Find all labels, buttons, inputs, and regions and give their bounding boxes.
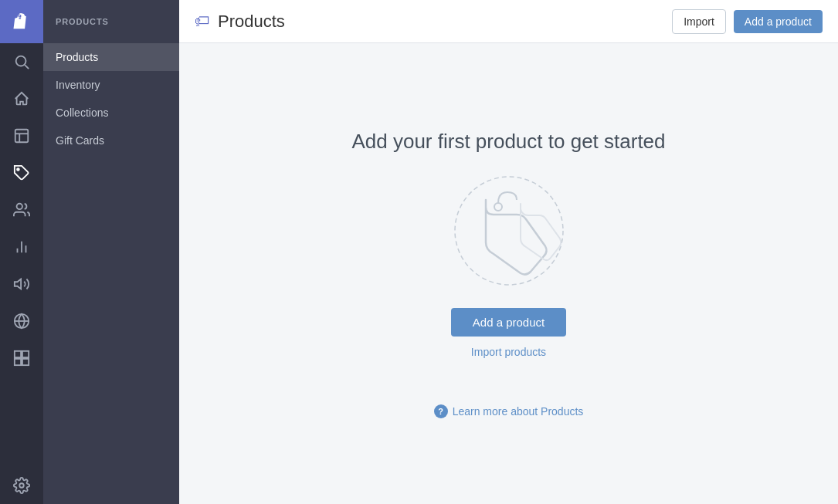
empty-state-title: Add your first product to get started: [351, 130, 665, 154]
svg-rect-2: [15, 130, 29, 143]
svg-rect-14: [22, 351, 29, 357]
analytics-icon-nav[interactable]: [0, 228, 43, 266]
svg-rect-16: [22, 359, 29, 365]
sidebar-icons: [0, 0, 43, 504]
svg-rect-15: [15, 359, 21, 365]
tag-icon: 🏷: [195, 12, 210, 30]
empty-state-actions: Add a product Import products: [451, 308, 566, 358]
marketing-icon-nav[interactable]: [0, 266, 43, 303]
import-products-link[interactable]: Import products: [471, 346, 546, 358]
sidebar-item-collections[interactable]: Collections: [43, 99, 179, 127]
sidebar-item-products[interactable]: Products: [43, 43, 179, 71]
main-content: 🏷 Products Import Add a product Add your…: [179, 0, 838, 504]
sidebar-item-gift-cards[interactable]: Gift Cards: [43, 127, 179, 154]
page-title: Products: [218, 12, 285, 32]
svg-marker-10: [15, 279, 21, 289]
empty-state-illustration: [447, 169, 571, 293]
import-button[interactable]: Import: [672, 9, 726, 34]
top-header: 🏷 Products Import Add a product: [179, 0, 838, 43]
customers-icon-nav[interactable]: [0, 191, 43, 228]
settings-icon-nav[interactable]: [0, 467, 43, 504]
add-product-main-button[interactable]: Add a product: [451, 308, 566, 337]
products-icon-nav[interactable]: [0, 154, 43, 191]
svg-point-19: [494, 203, 502, 211]
orders-icon-nav[interactable]: [0, 117, 43, 154]
header-title-container: 🏷 Products: [195, 12, 285, 32]
svg-point-5: [17, 168, 19, 171]
svg-point-6: [17, 204, 22, 209]
search-icon-nav[interactable]: [0, 43, 43, 80]
learn-more-link[interactable]: ? Learn more about Products: [434, 404, 584, 418]
empty-state: Add your first product to get started: [316, 130, 702, 418]
shopify-logo[interactable]: [0, 0, 43, 43]
svg-point-0: [16, 56, 26, 66]
online-store-icon-nav[interactable]: [0, 303, 43, 340]
svg-rect-13: [15, 351, 21, 357]
sidebar-submenu: PRODUCTS Products Inventory Collections …: [43, 0, 179, 504]
sidebar-item-inventory[interactable]: Inventory: [43, 71, 179, 99]
svg-line-1: [25, 65, 29, 69]
content-area: Add your first product to get started: [179, 43, 838, 504]
help-icon: ?: [434, 404, 448, 418]
learn-more-text: Learn more about Products: [453, 405, 584, 418]
svg-point-17: [19, 483, 24, 488]
add-product-header-button[interactable]: Add a product: [734, 10, 823, 33]
header-actions: Import Add a product: [672, 9, 823, 34]
home-icon-nav[interactable]: [0, 80, 43, 117]
apps-icon-nav[interactable]: [0, 340, 43, 377]
sidebar-section-label: PRODUCTS: [43, 0, 179, 43]
